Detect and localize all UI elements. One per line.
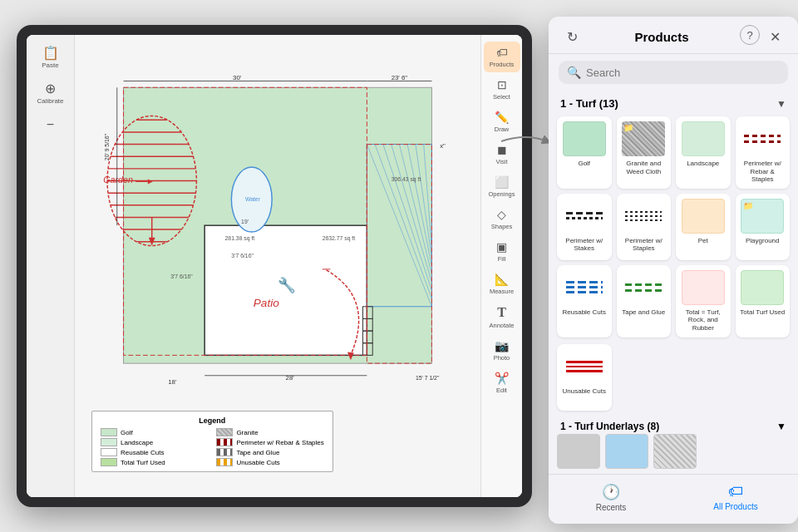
calibrate-label: Calibrate [37,97,63,105]
product-perimeter-stakes[interactable]: Perimeter w/ Stakes [557,194,612,260]
legend-swatch-landscape [101,438,117,446]
panel-content: 1 - Turf (13) ▼ Golf 📁 Granite and Weed … [549,91,798,474]
right-toolbar: 🏷 Products ⊡ Select ✏️ Draw ◼ Visit ⬜ [480,35,522,497]
toolbar-products[interactable]: 🏷 Products [484,42,520,72]
turf-underlays-section[interactable]: 1 - Turf Underlays (8) ▼ [557,417,790,434]
product-name-reusable: Reusable Cuts [563,308,606,317]
legend-item-unusable: Unusable Cuts [216,458,323,466]
turf-section-header[interactable]: 1 - Turf (13) ▼ [557,91,790,116]
underlay-thumb-2[interactable] [605,434,648,469]
red-line-thin [566,366,603,367]
legend-box: Legend Golf Granite Landscape [91,411,333,472]
folder-icon-playground: 📁 [743,201,753,210]
legend-swatch-tape-glue [216,448,233,456]
openings-icon: ⬜ [495,175,509,189]
legend-item-granite: Granite [216,428,323,436]
toolbar-annotate[interactable]: T Annotate [484,301,520,333]
product-name-total-turf: Total Turf Used [740,308,785,317]
legend-item-landscape: Landscape [101,438,208,446]
product-landscape[interactable]: Landscape [676,116,731,189]
measure-icon: 📐 [495,273,509,286]
tab-recents[interactable]: 🕐 Recents [549,478,673,517]
visit-label: Visit [495,158,507,165]
zoom-minus-icon: − [47,118,54,131]
toolbar-shapes[interactable]: ◇ Shapes [484,204,520,234]
product-thumb-perimeter-rebar [741,121,784,156]
toolbar-calibrate[interactable]: ⊕ Calibrate [30,77,71,110]
product-total-rock-rubber[interactable]: Total = Turf, Rock, and Rubber [676,265,731,337]
search-input-wrap[interactable]: 🔍 [559,61,788,84]
legend-swatch-reusable [101,448,117,456]
toolbar-openings[interactable]: ⬜ Openings [484,171,520,202]
product-perimeter-rebar[interactable]: Perimeter w/ Rebar & Staples [736,116,791,189]
thick-dot-line [566,217,603,219]
toolbar-photo[interactable]: 📷 Photo [484,335,520,366]
connector-arrow [497,129,555,154]
toolbar-edit[interactable]: ✂️ Edit [484,367,520,398]
draw-icon: ✏️ [495,111,509,124]
legend-item-tape-glue: Tape and Glue [216,448,323,456]
legend-title: Legend [101,416,324,425]
product-tape-glue[interactable]: Tape and Glue [617,265,672,337]
openings-label: Openings [488,190,515,198]
canvas-area: 📋 Paste ⊕ Calibrate − 🏷 Products ⊡ [27,35,522,497]
edit-icon: ✂️ [495,372,509,385]
help-button[interactable]: ? [740,25,760,45]
toolbar-zoom-minus[interactable]: − [30,113,71,136]
search-icon: 🔍 [567,66,581,79]
toolbar-select[interactable]: ⊡ Select [484,74,520,105]
toolbar-fill[interactable]: ▣ Fill [484,236,520,267]
svg-text:Water: Water [245,196,261,202]
legend-swatch-total-turf [101,458,117,466]
products-panel: ↻ Products ? ✕ 🔍 1 - Turf (13) ▼ Golf [549,17,798,524]
refresh-button[interactable]: ↻ [560,25,584,48]
drawing-canvas[interactable]: Garden Water 30' 23' 6" [75,35,480,497]
legend-label-perimeter-rebar: Perimeter w/ Rebar & Staples [236,439,323,446]
close-button[interactable]: ✕ [763,25,786,48]
legend-item-total-turf: Total Turf Used [101,458,208,466]
product-pet[interactable]: Pet [676,194,731,260]
underlay-thumb-3[interactable] [653,434,697,469]
all-products-label: All Products [713,502,757,511]
tab-all-products[interactable]: 🏷 All Products [673,478,798,517]
product-name-unusable: Unusable Cuts [563,387,606,396]
search-input[interactable] [586,66,780,79]
panel-header: ↻ Products ? ✕ [549,17,798,54]
product-total-turf-used[interactable]: Total Turf Used [736,265,791,337]
legend-item-reusable: Reusable Cuts [101,448,208,456]
svg-text:23' 6": 23' 6" [392,74,408,81]
svg-text:x": x" [440,142,446,150]
all-products-icon: 🏷 [728,483,743,500]
dotted-line [625,211,662,213]
product-name-tape-glue: Tape and Glue [622,308,665,317]
underlay-thumb-1[interactable] [557,434,600,469]
product-golf[interactable]: Golf [557,116,612,189]
product-unusable[interactable]: Unusable Cuts [557,344,612,411]
recents-icon: 🕐 [602,483,620,501]
legend-label-reusable: Reusable Cuts [121,449,164,456]
product-name-perimeter-stakes: Perimeter w/ Stakes [560,237,608,253]
dotted-line2 [625,215,662,217]
product-thumb-perimeter-stakes [563,199,606,234]
toolbar-measure[interactable]: 📐 Measure [484,268,520,299]
legend-item-perimeter-rebar: Perimeter w/ Rebar & Staples [216,438,323,446]
legend-item-golf: Golf [101,428,208,436]
product-thumb-granite: 📁 [622,121,665,156]
striped-line [566,281,603,283]
panel-title: Products [584,30,740,44]
product-name-perimeter-staples: Perimeter w/ Staples [620,237,668,253]
product-granite-weed[interactable]: 📁 Granite and Weed Cloth [617,116,672,189]
product-perimeter-staples[interactable]: Perimeter w/ Staples [617,194,672,260]
product-reusable[interactable]: Reusable Cuts [557,265,612,337]
svg-text:30': 30' [233,74,242,81]
legend-swatch-unusable [216,458,233,466]
product-playground[interactable]: 📁 Playground [736,194,791,260]
annotate-icon: T [497,305,506,320]
svg-text:281.38 sq ft: 281.38 sq ft [225,235,255,242]
product-thumb-golf [563,121,606,156]
toolbar-paste[interactable]: 📋 Paste [30,42,71,74]
product-thumb-pet [682,199,725,234]
svg-text:28': 28' [286,374,295,382]
tablet-screen: 📋 Paste ⊕ Calibrate − 🏷 Products ⊡ [27,35,522,497]
search-bar: 🔍 [549,54,798,91]
